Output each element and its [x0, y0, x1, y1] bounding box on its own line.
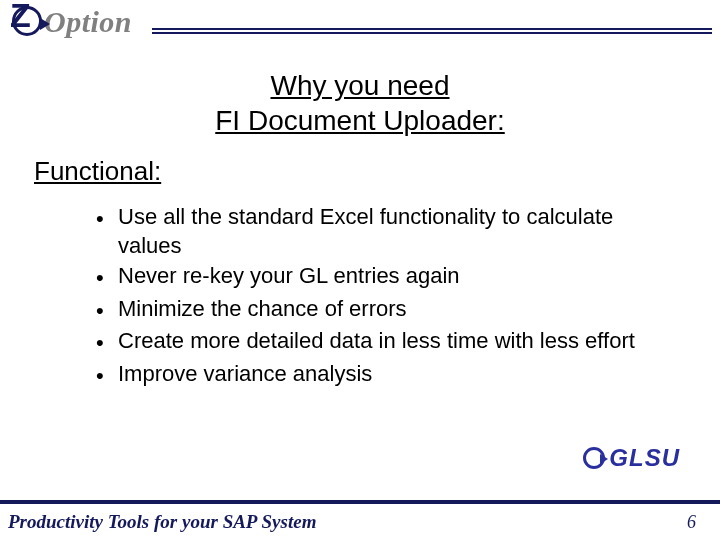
bullet-text: Improve variance analysis [118, 360, 372, 389]
glsu-text: GLSU [609, 444, 680, 472]
bullet-list: • Use all the standard Excel functionali… [96, 203, 660, 391]
arrow-right-icon [40, 18, 50, 30]
bullet-icon: • [96, 203, 118, 234]
zoption-logo: Z Option [10, 4, 132, 40]
footer: Productivity Tools for your SAP System 6 [0, 500, 720, 540]
glsu-circle-icon [583, 447, 605, 469]
glsu-logo: GLSU [583, 444, 680, 472]
list-item: • Never re-key your GL entries again [96, 262, 660, 293]
list-item: • Create more detailed data in less time… [96, 327, 660, 358]
list-item: • Improve variance analysis [96, 360, 660, 391]
option-word: Option [44, 5, 132, 39]
bullet-icon: • [96, 295, 118, 326]
slide-title: Why you need FI Document Uploader: [0, 68, 720, 138]
header-rule [152, 28, 712, 34]
z-letter: Z [10, 0, 31, 32]
footer-tagline: Productivity Tools for your SAP System [8, 511, 316, 533]
bullet-icon: • [96, 360, 118, 391]
arrow-right-icon [600, 454, 608, 464]
title-line-2: FI Document Uploader: [0, 103, 720, 138]
section-subhead: Functional: [34, 156, 720, 187]
bullet-icon: • [96, 262, 118, 293]
list-item: • Use all the standard Excel functionali… [96, 203, 660, 260]
title-line-1: Why you need [0, 68, 720, 103]
bullet-text: Create more detailed data in less time w… [118, 327, 635, 356]
page-number: 6 [687, 512, 696, 533]
z-mark-icon: Z [10, 4, 46, 40]
bullet-text: Use all the standard Excel functionality… [118, 203, 660, 260]
bullet-text: Never re-key your GL entries again [118, 262, 460, 291]
bullet-icon: • [96, 327, 118, 358]
list-item: • Minimize the chance of errors [96, 295, 660, 326]
bullet-text: Minimize the chance of errors [118, 295, 407, 324]
header: Z Option [0, 6, 720, 54]
